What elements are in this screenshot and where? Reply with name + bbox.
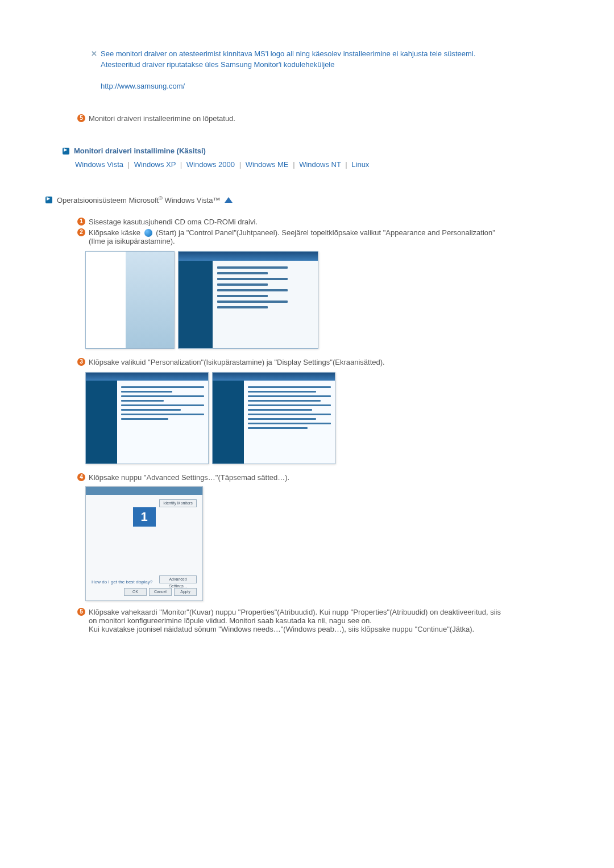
step-badge-5: 5 (77, 114, 85, 122)
step5b-text: Klõpsake vahekaardi "Monitor"(Kuvar) nup… (89, 608, 501, 625)
cancel-button[interactable]: Cancel (149, 588, 172, 596)
screenshot-display-dialog: Identify Monitors 1 Advanced Settings...… (85, 486, 203, 601)
intro-line2: Atesteeritud draiver riputatakse üles Sa… (101, 60, 334, 69)
intro-line1: See monitori draiver on atesteerimist ki… (101, 49, 475, 58)
windows-start-orb-icon (144, 229, 152, 237)
monitor-thumbnail: 1 (133, 507, 156, 527)
step-badge-3: 3 (77, 358, 85, 366)
section-bullet-icon (63, 148, 69, 155)
separator: | (239, 160, 241, 169)
reg-mark: ® (159, 195, 163, 201)
link-linux[interactable]: Linux (351, 160, 369, 169)
link-me[interactable]: Windows ME (246, 160, 289, 169)
samsung-url[interactable]: http://www.samsung.com/ (101, 82, 185, 90)
step4-text: Klõpsake nuppu "Advanced Settings…"(Täps… (89, 473, 506, 482)
screenshot-personalization (85, 372, 209, 464)
step3-text: Klõpsake valikuid "Personalization"(Isik… (89, 358, 506, 366)
screenshot-start-menu (85, 251, 175, 349)
link-nt[interactable]: Windows NT (299, 160, 341, 169)
os-label-prefix: Operatsioonisüsteem Microsoft (57, 197, 159, 205)
manual-heading: Monitori draiveri installimine (Käsitsi) (74, 147, 206, 155)
step5c-text: Kui kuvatakse joonisel näidatud sõnum "W… (89, 625, 474, 633)
separator: | (293, 160, 294, 169)
note-x-icon: ✕ (91, 49, 97, 91)
section-bullet-icon (45, 197, 52, 203)
link-xp[interactable]: Windows XP (134, 160, 176, 169)
ok-button[interactable]: OK (124, 588, 147, 596)
separator: | (128, 160, 130, 169)
step-badge-4: 4 (77, 473, 85, 481)
step-badge-1: 1 (77, 218, 85, 226)
screenshot-display-settings-list (212, 372, 335, 464)
identify-monitors-button[interactable]: Identify Monitors (159, 499, 197, 507)
step5-text: Monitori draiveri installeerimine on lõp… (89, 114, 506, 123)
step-badge-2: 2 (77, 228, 85, 236)
step-badge-5b: 5 (77, 608, 85, 616)
apply-button[interactable]: Apply (174, 588, 197, 596)
advanced-settings-button[interactable]: Advanced Settings... (159, 575, 197, 583)
step1-text: Sisestage kasutusjuhendi CD oma CD-ROMi … (89, 218, 506, 226)
screenshot-control-panel (178, 251, 318, 349)
separator: | (180, 160, 182, 169)
up-triangle-icon (225, 197, 233, 203)
link-vista[interactable]: Windows Vista (75, 160, 123, 169)
separator: | (345, 160, 347, 169)
step2-text-a: Klõpsake käske (89, 228, 143, 237)
os-label-suffix: Windows Vista™ (163, 197, 221, 205)
link-2000[interactable]: Windows 2000 (186, 160, 235, 169)
best-display-link[interactable]: How do I get the best display? (92, 579, 152, 585)
